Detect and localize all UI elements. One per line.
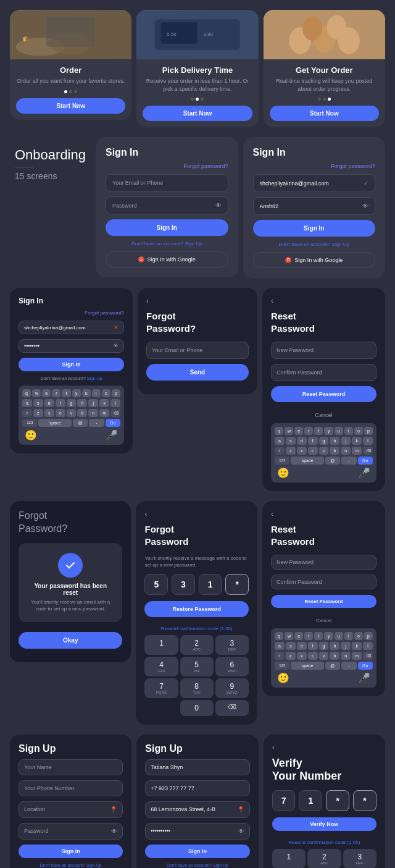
rkey-i[interactable]: i bbox=[344, 427, 353, 435]
key-i[interactable]: i bbox=[92, 389, 101, 397]
r2key-shift[interactable]: ⇧ bbox=[275, 652, 285, 660]
key-b[interactable]: b bbox=[77, 409, 87, 417]
rkey-x[interactable]: x bbox=[297, 447, 307, 455]
resend-link-verify[interactable]: Resend confirmation code (1:00) bbox=[272, 840, 376, 845]
key-w[interactable]: w bbox=[32, 389, 41, 397]
email-input-empty[interactable]: Your Email or Phone bbox=[106, 174, 228, 192]
r2key-m[interactable]: m bbox=[352, 652, 362, 660]
key-c[interactable]: c bbox=[56, 409, 65, 417]
r2key-p[interactable]: p bbox=[364, 632, 373, 640]
key-shift[interactable]: ⇧ bbox=[22, 409, 32, 417]
confirm-password-input[interactable]: Confirm Password bbox=[271, 364, 376, 381]
numkey-0[interactable]: 0 bbox=[180, 700, 214, 716]
key-l[interactable]: l bbox=[110, 399, 120, 407]
r2key-go[interactable]: Go bbox=[358, 662, 373, 670]
vnumkey-2[interactable]: 2ABC bbox=[307, 849, 341, 868]
key-v[interactable]: v bbox=[67, 409, 77, 417]
r2key-h[interactable]: h bbox=[330, 642, 339, 650]
otp-box-4[interactable]: * bbox=[225, 574, 249, 595]
otp-box-1[interactable]: 5 bbox=[144, 574, 168, 595]
key-delete[interactable]: ⌫ bbox=[110, 409, 120, 417]
confirm-pass-input-kb[interactable]: Confirm Password bbox=[271, 575, 376, 589]
rkey-l[interactable]: l bbox=[363, 437, 373, 445]
location-input-empty[interactable]: Location 📍 bbox=[19, 801, 123, 818]
password-input-signup-empty[interactable]: Password 👁 bbox=[19, 823, 123, 840]
email-input-forgot[interactable]: Your Email or Phone bbox=[146, 342, 249, 359]
rkey-w[interactable]: w bbox=[285, 427, 293, 435]
key-f[interactable]: f bbox=[56, 399, 65, 407]
reset-password-btn-1[interactable]: Reset Password bbox=[271, 386, 376, 402]
rkey-n[interactable]: n bbox=[341, 447, 351, 455]
key-t[interactable]: t bbox=[62, 389, 70, 397]
r2key-123[interactable]: 123 bbox=[275, 662, 289, 670]
r2key-space[interactable]: space bbox=[291, 662, 323, 670]
rkey-z[interactable]: z bbox=[286, 447, 296, 455]
vnumkey-1[interactable]: 1 bbox=[272, 849, 306, 868]
email-input-keyboard[interactable]: shchepliyakrina@gmail.com ✕ bbox=[19, 321, 124, 334]
google-btn-2[interactable]: G Sign In with Google bbox=[253, 252, 376, 268]
key-s[interactable]: s bbox=[33, 399, 43, 407]
back-arrow-code[interactable]: ‹ bbox=[144, 510, 248, 518]
r2key-u[interactable]: u bbox=[335, 632, 343, 640]
key-go[interactable]: Go bbox=[106, 419, 120, 427]
key-z[interactable]: z bbox=[33, 409, 43, 417]
key-d[interactable]: d bbox=[44, 399, 54, 407]
key-m[interactable]: m bbox=[99, 409, 109, 417]
key-a[interactable]: a bbox=[22, 399, 32, 407]
forgot-link-keyboard[interactable]: Forgot password? bbox=[19, 310, 124, 316]
verify-otp-1[interactable]: 7 bbox=[272, 790, 296, 811]
phone-input-empty[interactable]: Your Phone Number bbox=[19, 780, 123, 796]
name-input-filled[interactable]: Tatiana Shyn bbox=[145, 759, 249, 775]
key-k[interactable]: k bbox=[99, 399, 109, 407]
rkey-d[interactable]: d bbox=[297, 437, 307, 445]
key-e[interactable]: e bbox=[42, 389, 51, 397]
rkey-o[interactable]: o bbox=[354, 427, 363, 435]
numkey-6[interactable]: 6MNO bbox=[215, 657, 249, 676]
verify-otp-4[interactable]: * bbox=[353, 790, 376, 811]
key-x[interactable]: x bbox=[44, 409, 54, 417]
rkey-a[interactable]: a bbox=[275, 437, 285, 445]
vnumkey-3[interactable]: 3DEF bbox=[343, 849, 376, 868]
password-input-empty[interactable]: Password 👁 bbox=[106, 196, 228, 214]
name-input-empty[interactable]: Your Name bbox=[19, 759, 123, 775]
start-now-btn-order[interactable]: Start Now bbox=[16, 98, 125, 114]
r2key-delete[interactable]: ⌫ bbox=[363, 652, 373, 660]
rkey-e[interactable]: e bbox=[294, 427, 303, 435]
start-now-btn-get-order[interactable]: Start Now bbox=[270, 106, 379, 121]
key-r[interactable]: r bbox=[52, 389, 60, 397]
rkey-c[interactable]: c bbox=[308, 447, 318, 455]
r2key-x[interactable]: x bbox=[297, 652, 307, 660]
numkey-9[interactable]: 9WXYZ bbox=[215, 678, 249, 698]
rkey-b[interactable]: b bbox=[330, 447, 339, 455]
rkey-delete[interactable]: ⌫ bbox=[363, 447, 373, 455]
otp-box-2[interactable]: 3 bbox=[172, 574, 195, 595]
numkey-1[interactable]: 1 bbox=[144, 635, 178, 655]
start-now-btn-delivery[interactable]: Start Now bbox=[143, 106, 252, 121]
verify-otp-2[interactable]: 1 bbox=[299, 790, 322, 811]
key-p[interactable]: p bbox=[112, 389, 120, 397]
r2key-w[interactable]: w bbox=[285, 632, 293, 640]
rkey-v[interactable]: v bbox=[319, 447, 329, 455]
key-dash[interactable]: - bbox=[89, 419, 104, 427]
key-n[interactable]: n bbox=[88, 409, 98, 417]
key-123[interactable]: 123 bbox=[22, 419, 37, 427]
key-h[interactable]: h bbox=[77, 399, 87, 407]
r2key-n[interactable]: n bbox=[341, 652, 351, 660]
r2key-k[interactable]: k bbox=[352, 642, 362, 650]
numkey-8[interactable]: 8TUV bbox=[180, 678, 214, 698]
r2key-j[interactable]: j bbox=[341, 642, 351, 650]
back-arrow-verify[interactable]: ‹ bbox=[272, 743, 376, 752]
rkey-f[interactable]: f bbox=[308, 437, 318, 445]
otp-box-3[interactable]: 1 bbox=[199, 574, 222, 595]
r2key-dash[interactable]: - bbox=[341, 662, 356, 670]
r2key-t[interactable]: t bbox=[314, 632, 323, 640]
rkey-at[interactable]: @ bbox=[325, 457, 340, 465]
new-pass-input-kb[interactable]: New Password bbox=[271, 555, 376, 570]
r2key-o[interactable]: o bbox=[354, 632, 363, 640]
r2key-v[interactable]: v bbox=[319, 652, 329, 660]
location-input-filled[interactable]: 68 Lemonzova Street, 4-B 📍 bbox=[145, 801, 249, 818]
r2key-l[interactable]: l bbox=[363, 642, 373, 650]
phone-input-filled[interactable]: +7 923 777 77 77 bbox=[145, 780, 249, 796]
key-space[interactable]: space bbox=[38, 419, 71, 427]
rkey-dash[interactable]: - bbox=[341, 457, 356, 465]
